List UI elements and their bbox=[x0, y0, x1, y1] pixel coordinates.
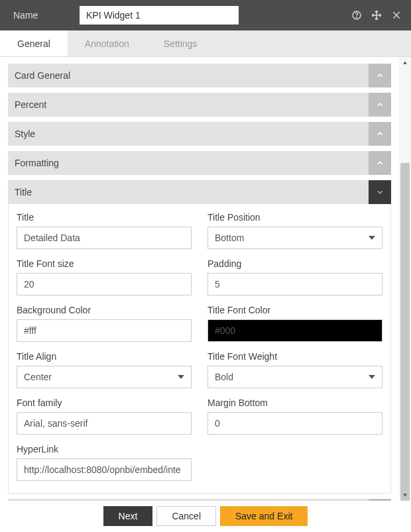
section-percent[interactable]: Percent bbox=[8, 93, 391, 117]
chevron-down-icon bbox=[369, 180, 391, 204]
chevron-up-icon bbox=[369, 499, 391, 501]
title-position-select[interactable]: Bottom bbox=[207, 227, 382, 249]
tab-general[interactable]: General bbox=[0, 30, 68, 56]
title-position-label: Title Position bbox=[207, 212, 382, 223]
scrollbar[interactable] bbox=[399, 57, 411, 501]
section-label: Percent bbox=[15, 99, 46, 110]
select-value: Bold bbox=[215, 372, 233, 382]
scroll-thumb[interactable] bbox=[400, 163, 410, 501]
scroll-down-icon[interactable] bbox=[399, 489, 411, 501]
caret-down-icon bbox=[369, 375, 375, 379]
bg-color-label: Background Color bbox=[17, 305, 192, 315]
margin-bottom-label: Margin Bottom bbox=[207, 398, 382, 408]
caret-down-icon bbox=[178, 375, 184, 379]
title-label: Title bbox=[17, 212, 192, 223]
section-style[interactable]: Style bbox=[8, 122, 391, 146]
tab-annotation[interactable]: Annotation bbox=[68, 30, 147, 56]
chevron-up-icon bbox=[369, 64, 391, 87]
close-icon[interactable] bbox=[390, 9, 403, 22]
next-button[interactable]: Next bbox=[103, 506, 153, 526]
dialog-header: Name bbox=[0, 0, 411, 30]
tab-label: Annotation bbox=[85, 38, 129, 49]
svg-point-1 bbox=[356, 17, 357, 18]
save-exit-button[interactable]: Save and Exit bbox=[220, 506, 308, 526]
font-color-label: Title Font Color bbox=[207, 305, 382, 315]
name-input[interactable] bbox=[80, 6, 239, 25]
scroll-up-icon[interactable] bbox=[399, 57, 411, 69]
tab-label: Settings bbox=[164, 38, 198, 49]
section-formatting[interactable]: Formatting bbox=[8, 151, 391, 175]
section-label: Card General bbox=[15, 70, 70, 81]
padding-input[interactable] bbox=[207, 273, 382, 295]
section-card-general[interactable]: Card General bbox=[8, 64, 391, 87]
name-label: Name bbox=[13, 10, 80, 21]
caret-down-icon bbox=[369, 236, 375, 240]
chevron-up-icon bbox=[369, 151, 391, 175]
weight-label: Title Font Weight bbox=[207, 351, 382, 362]
section-title[interactable]: Title bbox=[8, 180, 391, 204]
section-label: Title bbox=[15, 187, 32, 197]
hyperlink-input[interactable] bbox=[17, 458, 192, 481]
font-size-label: Title Font size bbox=[17, 258, 192, 269]
weight-select[interactable]: Bold bbox=[207, 366, 382, 388]
hyperlink-label: HyperLink bbox=[17, 444, 192, 454]
section-label: Formatting bbox=[15, 158, 59, 168]
chevron-up-icon bbox=[369, 93, 391, 117]
content-area: Card General Percent Style Formatting Ti… bbox=[0, 57, 399, 501]
select-value: Bottom bbox=[215, 233, 244, 243]
title-input[interactable] bbox=[17, 227, 192, 249]
font-color-input[interactable] bbox=[207, 319, 382, 342]
font-size-input[interactable] bbox=[17, 273, 192, 295]
section-label: Style bbox=[15, 129, 35, 139]
chevron-up-icon bbox=[369, 122, 391, 146]
tab-label: General bbox=[17, 38, 50, 49]
select-value: Center bbox=[24, 372, 52, 382]
align-select[interactable]: Center bbox=[17, 366, 192, 388]
tab-settings[interactable]: Settings bbox=[147, 30, 215, 56]
move-icon[interactable] bbox=[370, 9, 383, 22]
tab-bar: General Annotation Settings bbox=[0, 30, 411, 57]
margin-bottom-input[interactable] bbox=[207, 412, 382, 435]
bg-color-input[interactable] bbox=[17, 319, 192, 342]
section-title-body: Title Title Position Bottom Title Font s… bbox=[8, 204, 391, 494]
footer: Next Cancel Save and Exit bbox=[0, 501, 411, 531]
font-family-input[interactable] bbox=[17, 412, 192, 435]
font-family-label: Font family bbox=[17, 398, 192, 408]
align-label: Title Align bbox=[17, 351, 192, 362]
padding-label: Padding bbox=[207, 258, 382, 269]
cancel-button[interactable]: Cancel bbox=[156, 506, 216, 526]
section-image[interactable]: Image bbox=[8, 499, 391, 501]
help-icon[interactable] bbox=[350, 9, 363, 22]
